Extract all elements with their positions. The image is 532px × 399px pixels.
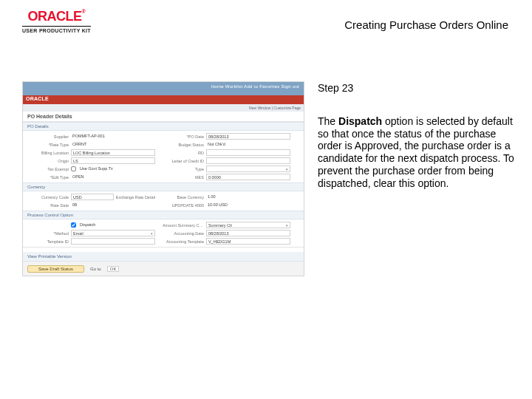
page-title: Creating Purchase Orders Online	[344, 18, 510, 31]
dispatch-checkbox[interactable]	[71, 222, 76, 228]
field-accounting-template: Accounting TemplateV_HEDG1M	[163, 238, 290, 245]
field-accounting-date: Accounting Date08/28/2013	[163, 230, 290, 236]
content-area: Home Worklist Add to Favorites Sign out …	[22, 81, 517, 276]
field-currency-code: Currency CodeUSDExchange Rate Detail	[27, 194, 155, 200]
app-topbar: Home Worklist Add to Favorites Sign out	[23, 82, 304, 95]
screenshot-thumbnail: Home Worklist Add to Favorites Sign out …	[22, 81, 304, 276]
currency-grid: Currency CodeUSDExchange Rate Detail Bas…	[23, 191, 304, 211]
step-label: Step 23	[318, 82, 517, 95]
body-bold: Dispatch	[338, 115, 382, 127]
page-header: ORACLE® USER PRODUCTIVITY KIT Creating P…	[0, 0, 532, 41]
field-billing-location: Billing LocationLOC Billing Location	[27, 149, 155, 156]
field-letter-of-credit: Letter of Credit ID	[163, 157, 290, 164]
field-exempt-type: Type	[163, 166, 290, 172]
field-po-date: *PO Date08/28/2013	[163, 133, 290, 140]
section-process-control: Process Control Option	[23, 211, 304, 219]
tax-exempt-checkbox[interactable]	[71, 166, 76, 171]
app-brandbar: ORACLE	[23, 95, 304, 104]
process-control-grid: Dispatch Amount Summary ControlSummary C…	[23, 219, 304, 247]
field-rate-date: Rate Date08	[27, 202, 155, 208]
po-details-grid: SupplierPOMMFT-AP-001 *PO Date08/28/2013…	[23, 131, 304, 183]
breadcrumb: New Window | Customize Page	[23, 104, 304, 112]
field-origin: OriginLS	[27, 157, 155, 164]
go-to-select[interactable]: OK	[107, 266, 120, 272]
save-draft-button[interactable]: Save Draft Status	[27, 265, 84, 273]
field-budget-status: Budget StatusNot Chk'd	[163, 141, 290, 148]
field-method: *MethodEmail	[27, 230, 155, 236]
app-brand: ORACLE	[26, 96, 49, 101]
field-template-id: Template ID	[27, 238, 155, 245]
lower-controls: Save Draft Status Go to OK	[23, 262, 304, 276]
divider	[22, 26, 91, 27]
field-mes: MES0.0000	[163, 174, 290, 180]
field-rate-type: *Rate TypeCRRNT	[27, 141, 155, 148]
go-to-label: Go to	[90, 267, 101, 271]
field-update-cost: UPDPDATE 400010.00 USD	[163, 202, 290, 208]
section-currency: Currency	[23, 183, 304, 191]
field-supplier: SupplierPOMMFT-AP-001	[27, 133, 155, 140]
lower-title: View Printable Version	[23, 252, 304, 262]
field-amount-summary: Amount Summary ControlSummary Ctl	[163, 222, 290, 228]
oracle-logo: ORACLE®	[28, 9, 86, 24]
lower-pane: View Printable Version Save Draft Status…	[23, 250, 304, 276]
panel-title: PO Header Details	[23, 112, 304, 122]
po-header-panel: PO Header Details PO Details SupplierPOM…	[23, 112, 304, 268]
topbar-tabs: Home Worklist Add to Favorites Sign out	[151, 84, 299, 89]
body-pre: The	[318, 115, 338, 127]
field-rd: RD	[163, 149, 290, 156]
field-tax-exempt: Tax ExemptUse Govt Supp Tx	[27, 166, 155, 172]
field-edit-type: *Edit TypeOPEN	[27, 174, 155, 180]
tm-symbol: ®	[82, 9, 86, 14]
field-base-currency: Base Currency1.00	[163, 194, 290, 200]
brand-block: ORACLE® USER PRODUCTIVITY KIT	[22, 9, 91, 33]
section-po-details: PO Details	[23, 122, 304, 131]
subbrand-text: USER PRODUCTIVITY KIT	[22, 28, 91, 33]
field-dispatch: Dispatch	[27, 222, 155, 228]
instruction-pane: Step 23 The Dispatch option is selected …	[318, 81, 517, 276]
instruction-body: The Dispatch option is selected by defau…	[318, 115, 517, 190]
brand-text: ORACLE	[28, 9, 82, 24]
